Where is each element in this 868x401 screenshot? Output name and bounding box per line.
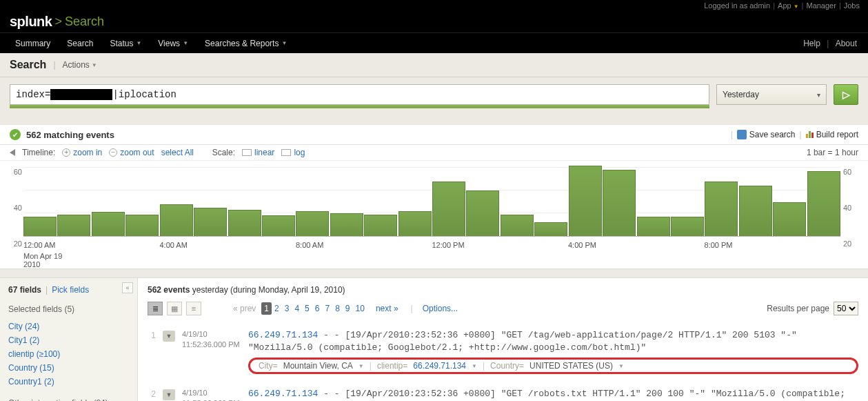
sep: |	[800, 130, 802, 139]
search-bar: index= | iplocation Yesterday ▾ ▷	[0, 77, 868, 114]
page-number[interactable]: 4	[292, 302, 302, 315]
expand-event-button[interactable]: ▼	[163, 331, 175, 342]
about-link[interactable]: About	[831, 39, 861, 48]
caret-down-icon: ▼	[472, 363, 477, 369]
caret-down-icon: ▼	[183, 40, 188, 46]
timeline-bar[interactable]	[807, 171, 840, 236]
scale-linear-toggle[interactable]: linear	[242, 148, 274, 157]
event-number: 2	[148, 388, 156, 401]
viewmode-table-button[interactable]: ▦	[167, 302, 182, 315]
timeline-bar[interactable]	[92, 212, 125, 236]
page-number[interactable]: 3	[282, 302, 292, 315]
timeline-bar[interactable]	[160, 204, 193, 236]
save-icon	[737, 130, 747, 139]
caret-down-icon: ▼	[136, 40, 141, 46]
y-tick: 20	[843, 239, 858, 248]
page-number[interactable]: 9	[343, 302, 353, 315]
zoom-in-link[interactable]: +zoom in	[62, 148, 102, 157]
nav-searches-reports[interactable]: Searches & Reports▼	[196, 39, 295, 48]
caret-down-icon: ▼	[618, 363, 624, 369]
caret-down-icon: ▾	[817, 91, 820, 99]
search-input[interactable]: index= | iplocation	[10, 84, 709, 105]
timeline-bar[interactable]	[603, 170, 636, 236]
manager-link[interactable]: Manager	[806, 1, 836, 10]
timeline-bar[interactable]	[330, 213, 363, 236]
page-number[interactable]: 7	[322, 302, 332, 315]
page-number[interactable]: 6	[312, 302, 323, 315]
timerange-select[interactable]: Yesterday ▾	[716, 84, 827, 105]
prev-page[interactable]: « prev	[233, 304, 256, 313]
next-page[interactable]: next »	[373, 302, 401, 315]
build-report-button[interactable]: Build report	[806, 130, 858, 139]
app-menu[interactable]: App ▼	[778, 1, 799, 10]
clientip-value[interactable]: 66.249.71.134	[248, 389, 318, 399]
nav-status[interactable]: Status▼	[101, 39, 150, 48]
options-link[interactable]: Options...	[423, 304, 458, 313]
zoom-out-link[interactable]: −zoom out	[109, 148, 154, 157]
page-number[interactable]: 8	[332, 302, 343, 315]
field-item[interactable]: Country (15)	[8, 361, 129, 375]
x-tick: 12:00 AM	[23, 241, 160, 249]
viewmode-list-button[interactable]: ≣	[148, 302, 163, 315]
nav-summary[interactable]: Summary	[7, 39, 59, 48]
timeline-bar[interactable]	[773, 202, 806, 237]
pick-fields-link[interactable]: Pick fields	[52, 285, 89, 295]
sep: |	[411, 304, 413, 313]
page-number[interactable]: 1	[261, 302, 272, 315]
page-number[interactable]: 10	[353, 302, 367, 315]
search-submit-button[interactable]: ▷	[834, 84, 858, 105]
field-item[interactable]: Country1 (2)	[8, 375, 129, 389]
events-header: 562 events yesterday (during Monday, Apr…	[148, 285, 858, 295]
timeline-bar[interactable]	[534, 222, 567, 236]
scale-log-toggle[interactable]: log	[281, 148, 305, 157]
timeline-bar[interactable]	[569, 166, 602, 236]
timeline-bar[interactable]	[671, 217, 704, 236]
jobs-link[interactable]: Jobs	[844, 1, 860, 10]
linear-icon	[242, 149, 252, 156]
select-all-link[interactable]: select All	[161, 148, 194, 157]
timeline-bar[interactable]	[398, 211, 432, 236]
timeline-bar[interactable]	[466, 190, 499, 236]
timeline-bar[interactable]	[296, 211, 329, 236]
timeline-bar[interactable]	[432, 182, 465, 236]
timeline-chart[interactable]: 604020 604020 12:00 AM4:00 AM8:00 AM12:0…	[0, 161, 868, 268]
caret-down-icon: ▼	[92, 62, 97, 68]
bottom-split: « 67 fields | Pick fields Selected field…	[0, 278, 868, 401]
nav-views[interactable]: Views▼	[150, 39, 196, 48]
timeline-bar[interactable]	[228, 210, 261, 236]
timeline-bar[interactable]	[125, 215, 159, 236]
field-country[interactable]: UNITED STATES (US)	[529, 361, 613, 371]
timeline-bar[interactable]	[23, 217, 57, 236]
nav-search[interactable]: Search	[59, 39, 101, 48]
query-cmd: iplocation	[119, 89, 176, 100]
field-clientip[interactable]: 66.249.71.134	[413, 361, 466, 371]
page-number[interactable]: 5	[302, 302, 312, 315]
help-link[interactable]: Help	[799, 39, 825, 48]
field-item[interactable]: City1 (2)	[8, 333, 129, 347]
field-item[interactable]: clientip (≥100)	[8, 347, 129, 361]
field-item[interactable]: City (24)	[8, 320, 129, 333]
save-search-button[interactable]: Save search	[737, 130, 796, 139]
events-controls: ≣ ▦ ≡ « prev 12345678910 next » | Option…	[148, 302, 858, 315]
viewmode-raw-button[interactable]: ≡	[186, 302, 201, 315]
timeline-bar[interactable]	[705, 182, 738, 236]
timeline-collapse-icon[interactable]	[10, 149, 15, 156]
field-city[interactable]: Mountain View, CA	[283, 361, 353, 371]
timeline-bar[interactable]	[364, 215, 397, 236]
expand-event-button[interactable]: ▼	[163, 389, 175, 400]
field-key: clientip=	[377, 361, 407, 371]
collapse-sidebar-button[interactable]: «	[122, 282, 133, 293]
actions-menu[interactable]: Actions ▼	[63, 60, 97, 70]
timeline-bar[interactable]	[739, 186, 772, 236]
timeline-bar[interactable]	[637, 217, 670, 236]
timeline-bar[interactable]	[57, 215, 90, 236]
timeline-bar[interactable]	[262, 215, 295, 236]
rpp-select[interactable]: 50	[834, 302, 858, 315]
timeline-bar[interactable]	[194, 208, 227, 236]
timeline-bar[interactable]	[501, 215, 534, 236]
event-raw: 66.249.71.134 - - [19/Apr/2010:23:52:36 …	[248, 329, 858, 353]
clientip-value[interactable]: 66.249.71.134	[248, 330, 318, 340]
page-number[interactable]: 2	[272, 302, 282, 315]
fields-count: 67 fields	[8, 285, 41, 295]
other-fields-header[interactable]: Other interesting fields (24)	[8, 398, 129, 401]
